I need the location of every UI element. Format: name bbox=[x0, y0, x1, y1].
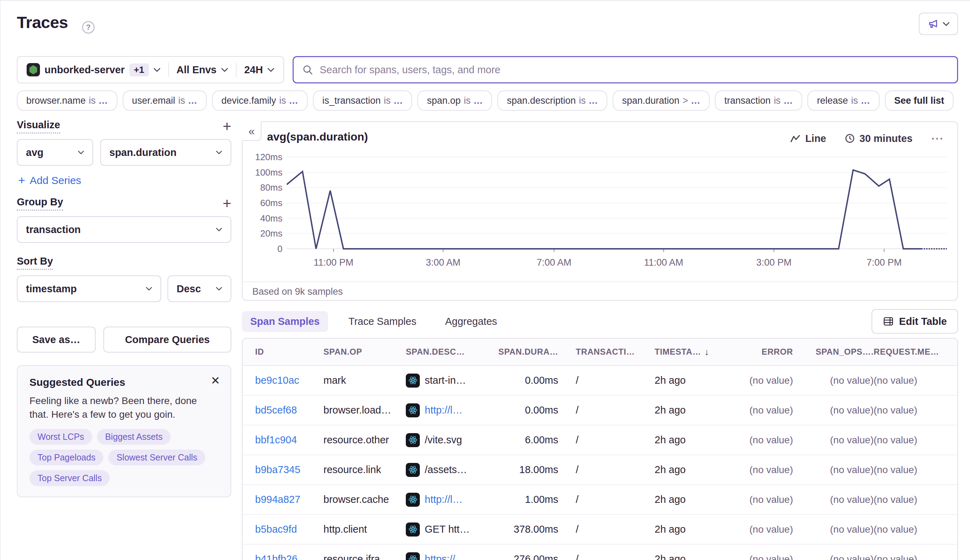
cell-span-op: resource.ifra… bbox=[323, 553, 406, 560]
span-id-link[interactable]: bbf1c904 bbox=[255, 434, 297, 445]
table-row: b9ba7345resource.link/assets…18.00ms/2h … bbox=[242, 455, 957, 485]
filter-chip[interactable]: transactionis... bbox=[715, 90, 802, 111]
cell-id: b994a827 bbox=[255, 494, 323, 505]
group-by-select[interactable]: transaction bbox=[17, 216, 231, 243]
add-visualize-button[interactable]: + bbox=[223, 120, 231, 133]
column-header-timestamp[interactable]: TIMESTA…↓ bbox=[655, 347, 740, 357]
aggregate-select[interactable]: avg bbox=[17, 139, 93, 166]
suggested-query-pill[interactable]: Biggest Assets bbox=[97, 429, 171, 445]
react-icon bbox=[406, 463, 420, 477]
cell-transaction: / bbox=[558, 494, 655, 505]
compare-queries-button[interactable]: Compare Queries bbox=[103, 327, 231, 353]
time-range-selector[interactable]: 24H bbox=[244, 64, 274, 76]
filter-chip[interactable]: browser.nameis... bbox=[17, 90, 117, 111]
cell-span-description: http://l… bbox=[406, 493, 492, 507]
filter-chip[interactable]: releaseis... bbox=[807, 90, 880, 111]
column-header-error[interactable]: ERROR bbox=[740, 347, 793, 357]
cell-timestamp: 2h ago bbox=[655, 375, 740, 386]
chart-type-toggle[interactable]: Line bbox=[790, 133, 826, 144]
tab-aggregates[interactable]: Aggregates bbox=[437, 311, 505, 332]
add-group-by-button[interactable]: + bbox=[223, 197, 231, 210]
span-id-link[interactable]: b994a827 bbox=[255, 494, 300, 505]
cell-error: (no value) bbox=[740, 435, 793, 446]
span-description-text[interactable]: http://l… bbox=[425, 404, 463, 416]
cell-span-ops: (no value) bbox=[793, 554, 873, 560]
project-platform-icon bbox=[27, 63, 40, 77]
see-full-list-button[interactable]: See full list bbox=[885, 90, 954, 111]
react-icon bbox=[406, 552, 420, 560]
suggested-query-pills: Worst LCPsBiggest AssetsTop PageloadsSlo… bbox=[30, 429, 219, 486]
span-id-link[interactable]: bd5cef68 bbox=[255, 404, 297, 416]
chip-ellipsis: ... bbox=[99, 95, 108, 106]
table-body: be9c10acmarkstart-in…0.00ms/2h ago(no va… bbox=[242, 366, 957, 560]
help-icon[interactable]: ? bbox=[82, 21, 95, 33]
filter-chip[interactable]: is_transactionis... bbox=[313, 90, 412, 111]
toolbar: unborked-server +1 All Envs 24H bbox=[17, 56, 958, 83]
column-header-span-duration[interactable]: SPAN.DURA… bbox=[492, 347, 558, 357]
environment-selector[interactable]: All Envs bbox=[177, 64, 228, 76]
chart-panel: « avg(span.duration) Line 30 minutes ⋯ 1… bbox=[242, 121, 958, 301]
chart-more-options-button[interactable]: ⋯ bbox=[931, 131, 944, 146]
span-id-link[interactable]: b9ba7345 bbox=[255, 464, 300, 475]
column-header-span-op[interactable]: SPAN.OP bbox=[323, 347, 406, 357]
cell-request-method: (no value) bbox=[873, 435, 947, 446]
tab-span-samples[interactable]: Span Samples bbox=[242, 311, 328, 332]
chart-type-label: Line bbox=[805, 133, 826, 144]
cell-span-op: http.client bbox=[323, 523, 406, 535]
add-series-button[interactable]: + Add Series bbox=[18, 173, 81, 187]
cell-transaction: / bbox=[558, 404, 655, 416]
line-chart bbox=[287, 152, 947, 254]
table-row: b5bac9fdhttp.clientGET htt…378.00ms/2h a… bbox=[242, 515, 957, 545]
filter-chip[interactable]: user.emailis... bbox=[123, 90, 207, 111]
tab-trace-samples[interactable]: Trace Samples bbox=[340, 311, 425, 332]
suggested-query-pill[interactable]: Slowest Server Calls bbox=[108, 450, 205, 465]
sort-direction-select[interactable]: Desc bbox=[168, 275, 231, 302]
nav-edge-divider bbox=[0, 1, 1, 560]
field-select[interactable]: span.duration bbox=[100, 139, 231, 166]
filter-chip[interactable]: device.familyis... bbox=[212, 90, 308, 111]
column-header-id[interactable]: ID bbox=[255, 347, 323, 357]
sample-count-note: Based on 9k samples bbox=[252, 286, 343, 297]
chip-key: is_transaction bbox=[322, 95, 381, 106]
column-header-transaction[interactable]: TRANSACTI… bbox=[558, 347, 655, 357]
top-divider bbox=[0, 0, 970, 1]
cell-timestamp: 2h ago bbox=[655, 523, 740, 535]
column-header-span-ops[interactable]: SPAN_OPS…. bbox=[793, 347, 873, 357]
span-description-text[interactable]: https://… bbox=[425, 553, 465, 560]
column-header-request-method[interactable]: REQUEST.ME… bbox=[873, 347, 947, 357]
chip-key: span.description bbox=[507, 95, 576, 106]
suggested-query-pill[interactable]: Worst LCPs bbox=[30, 429, 92, 445]
suggested-query-pill[interactable]: Top Server Calls bbox=[30, 470, 110, 486]
whats-new-button[interactable] bbox=[919, 13, 958, 35]
close-icon[interactable]: ✕ bbox=[211, 375, 220, 386]
column-header-span-description[interactable]: SPAN.DESC… bbox=[406, 347, 492, 357]
cell-transaction: / bbox=[558, 464, 655, 475]
project-selector[interactable]: unborked-server +1 bbox=[27, 63, 160, 77]
search-input[interactable] bbox=[320, 64, 948, 76]
collapse-sidebar-button[interactable]: « bbox=[242, 121, 262, 141]
search-icon bbox=[302, 64, 313, 75]
filter-chip[interactable]: span.opis... bbox=[417, 90, 492, 111]
span-id-link[interactable]: b41bfb26 bbox=[255, 553, 298, 560]
cell-span-description: http://l… bbox=[406, 403, 492, 417]
edit-table-button[interactable]: Edit Table bbox=[872, 309, 958, 333]
column-label: SPAN.OP bbox=[323, 347, 362, 357]
timestamp-value: 2h ago bbox=[655, 494, 686, 505]
save-as-button[interactable]: Save as… bbox=[17, 327, 96, 353]
span-description-text: GET htt… bbox=[425, 523, 470, 535]
span-id-link[interactable]: be9c10ac bbox=[255, 375, 299, 386]
chip-operator: is bbox=[279, 95, 286, 106]
filter-chip[interactable]: span.duration>... bbox=[613, 90, 710, 111]
span-id-link[interactable]: b5bac9fd bbox=[255, 523, 297, 535]
table-header-row: IDSPAN.OPSPAN.DESC…SPAN.DURA…TRANSACTI…T… bbox=[242, 338, 957, 366]
cell-timestamp: 2h ago bbox=[655, 434, 740, 446]
filter-chip[interactable]: span.descriptionis... bbox=[497, 90, 607, 111]
cell-span-ops: (no value) bbox=[793, 524, 873, 535]
interval-selector[interactable]: 30 minutes bbox=[845, 133, 913, 144]
chart-title: avg(span.duration) bbox=[267, 130, 368, 143]
suggested-query-pill[interactable]: Top Pageloads bbox=[30, 450, 103, 465]
sort-field-select[interactable]: timestamp bbox=[17, 275, 161, 302]
chip-key: span.duration bbox=[622, 95, 680, 106]
span-description-text[interactable]: http://l… bbox=[425, 494, 463, 505]
chip-ellipsis: ... bbox=[289, 95, 298, 106]
